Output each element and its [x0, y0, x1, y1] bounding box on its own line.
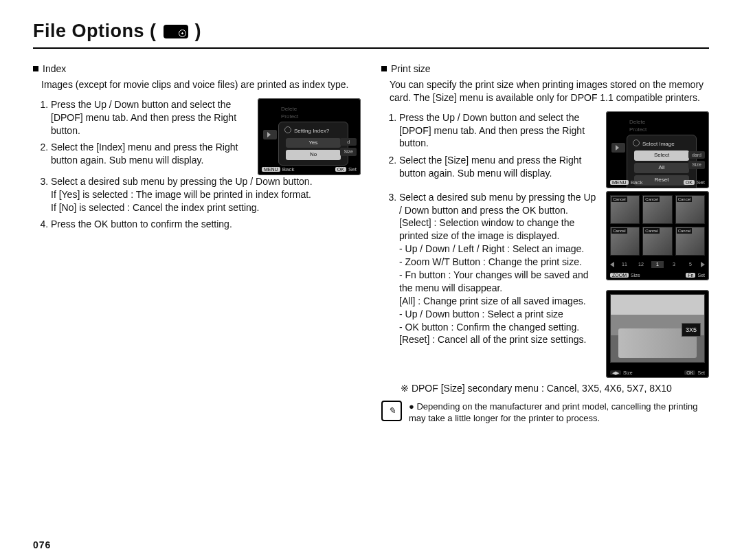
- index-steps-3-4: Select a desired sub menu by pressing th…: [51, 175, 361, 232]
- faded-menu: Delete Protect: [281, 105, 298, 120]
- secondary-menu-line: ※ DPOF [Size] secondary menu : Cancel, 3…: [401, 382, 709, 395]
- tab-standard: d: [340, 138, 357, 146]
- index-heading: Index: [33, 63, 361, 76]
- all-desc: [All] : Change print size of all saved i…: [399, 295, 598, 308]
- square-bullet-icon: [381, 66, 387, 71]
- printsize-step3-text: Select a desired sub menu by pressing th…: [381, 191, 598, 351]
- thumb-grid: Cancel Cancel Cancel Cancel Cancel Cance…: [610, 195, 705, 256]
- reset-desc: [Reset] : Cancel all of the print size s…: [399, 333, 598, 346]
- index-step-1: Press the Up / Down button and select th…: [51, 98, 249, 137]
- printsize-top-row: Press the Up / Down button and select th…: [381, 111, 709, 188]
- thumb-cell[interactable]: Cancel: [610, 195, 640, 224]
- page-number: 076: [33, 539, 51, 550]
- printsize-step3-list: Select a desired sub menu by pressing th…: [399, 191, 598, 347]
- file-options-icon: [164, 25, 188, 38]
- index-step3-no: If [No] is selected : Cancel the index p…: [51, 201, 361, 214]
- option-no[interactable]: No: [286, 150, 341, 160]
- select-bullet-3: - Fn button : Your changes will be saved…: [399, 269, 598, 295]
- printsize-step-1: Press the Up / Down button and select th…: [399, 111, 598, 150]
- zoom-size-button[interactable]: ZOOM: [610, 273, 629, 278]
- bottom-bar: ◀▶Size OKSet: [610, 370, 705, 376]
- tab-size: Size: [688, 161, 705, 168]
- thumb-cell[interactable]: Cancel: [642, 227, 672, 256]
- faded-menu: Delete Protect: [629, 118, 647, 133]
- title-close-paren: ): [195, 21, 202, 42]
- fn-set-button[interactable]: Fn: [686, 273, 695, 278]
- option-all[interactable]: All: [634, 163, 689, 173]
- thumb-cell[interactable]: Cancel: [610, 227, 640, 256]
- index-step-2: Select the [Index] menu and press the Ri…: [51, 141, 249, 167]
- select-bullet-1: - Up / Down / Left / Right : Select an i…: [399, 243, 598, 256]
- camera-screen-size-menu: Delete Protect Select Image Select All R…: [606, 111, 709, 188]
- title-icon-wrap: [164, 25, 188, 38]
- note-row: ✎ ● Depending on the manufacturer and pr…: [381, 401, 709, 425]
- thumb-cell[interactable]: Cancel: [642, 195, 672, 224]
- left-column: Index Images (except for movie clips and…: [33, 61, 361, 425]
- index-steps-list: Press the Up / Down button and select th…: [51, 98, 249, 167]
- right-screens-column: Cancel Cancel Cancel Cancel Cancel Cance…: [606, 191, 709, 378]
- all-bullet-2: - OK button : Confirm the changed settin…: [399, 321, 598, 334]
- playback-mode-icon: [611, 143, 625, 153]
- camera-screen-index: Delete Protect Setting Index? Yes No d S…: [258, 98, 361, 175]
- camera-screen-thumbnails: Cancel Cancel Cancel Cancel Cancel Cance…: [606, 191, 709, 280]
- dialog-title: Setting Index?: [279, 126, 348, 138]
- index-step-3: Select a desired sub menu by pressing th…: [51, 175, 361, 214]
- ok-set-button[interactable]: OK: [335, 167, 346, 172]
- note-text: ● Depending on the manufacturer and prin…: [409, 401, 709, 425]
- printsize-heading: Print size: [381, 63, 709, 76]
- printsize-steps-list: Press the Up / Down button and select th…: [399, 111, 598, 180]
- thumb-cell[interactable]: Cancel: [675, 195, 705, 224]
- printsize-intro: You can specify the print size when prin…: [390, 78, 709, 104]
- right-column: Print size You can specify the print siz…: [381, 61, 709, 425]
- select-bullet-2: - Zoom W/T Button : Change the print siz…: [399, 256, 598, 269]
- option-yes[interactable]: Yes: [286, 138, 341, 148]
- side-tabs: dard Size: [688, 149, 705, 169]
- menu-back-button[interactable]: MENU: [262, 167, 280, 172]
- size-nav-button[interactable]: ◀▶: [610, 370, 621, 375]
- pager: 11 12 1 3 5: [610, 261, 705, 267]
- bottom-bar: MENUBack OKSet: [610, 179, 705, 187]
- page-title: File Options ( ): [33, 21, 709, 49]
- option-select[interactable]: Select: [634, 150, 689, 161]
- pager-right-icon[interactable]: [701, 262, 705, 267]
- index-steps-1-2: Press the Up / Down button and select th…: [33, 98, 249, 171]
- all-bullet-1: - Up / Down button : Select a print size: [399, 308, 598, 321]
- printsize-step-3: Select a desired sub menu by pressing th…: [399, 191, 598, 347]
- pager-left-icon[interactable]: [610, 262, 614, 267]
- index-step-4: Press the OK button to confirm the setti…: [51, 218, 361, 231]
- camera-screen-photo-preview: 3X5 ◀▶Size OKSet: [606, 290, 709, 378]
- tab-size: Size: [340, 148, 357, 155]
- index-intro: Images (except for movie clips and voice…: [41, 78, 361, 91]
- select-desc: [Select] : Selection window to change th…: [399, 216, 598, 243]
- square-bullet-icon: [33, 66, 38, 71]
- dialog-title: Select Image: [627, 139, 696, 151]
- index-steps-with-screen: Press the Up / Down button and select th…: [33, 98, 361, 175]
- print-size-badge: 3X5: [682, 323, 701, 337]
- printsize-steps-1-2: Press the Up / Down button and select th…: [381, 111, 598, 184]
- manual-page: File Options ( ) Index Images (except fo…: [0, 0, 742, 560]
- two-column-layout: Index Images (except for movie clips and…: [33, 61, 709, 425]
- thumb-cell[interactable]: Cancel: [675, 227, 705, 256]
- playback-mode-icon: [263, 130, 277, 139]
- index-step3-yes: If [Yes] is selected : The image will be…: [51, 188, 361, 201]
- title-text: File Options (: [33, 21, 157, 42]
- menu-back-button[interactable]: MENU: [610, 180, 629, 185]
- side-tabs: d Size: [340, 136, 357, 156]
- dialog-panel: Setting Index? Yes No: [278, 122, 348, 166]
- bottom-bar: MENUBack OKSet: [262, 166, 357, 174]
- ok-set-button[interactable]: OK: [684, 370, 695, 375]
- note-icon: ✎: [381, 401, 402, 421]
- bottom-bar: ZOOMSize FnSet: [610, 272, 705, 278]
- printsize-bottom-row: Select a desired sub menu by pressing th…: [381, 191, 709, 378]
- printsize-step-2: Select the [Size] menu and press the Rig…: [399, 154, 598, 180]
- ok-set-button[interactable]: OK: [684, 180, 695, 185]
- tab-standard: dard: [688, 151, 705, 159]
